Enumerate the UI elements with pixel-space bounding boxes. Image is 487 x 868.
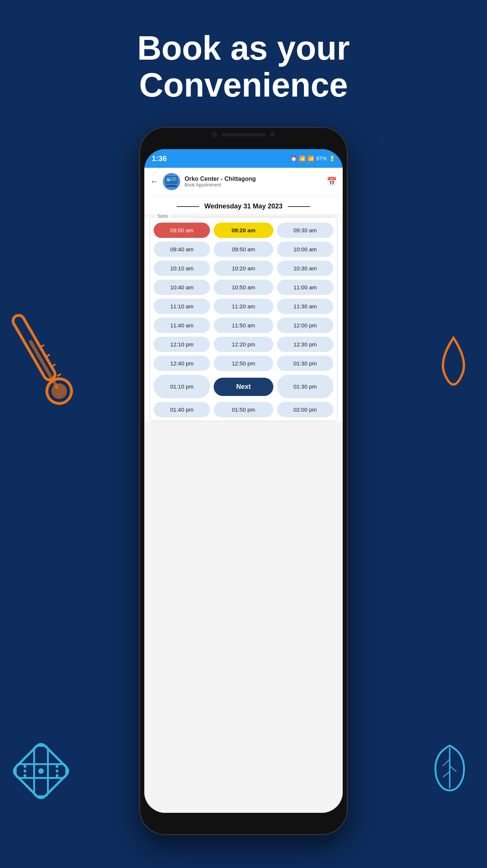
slot-1130[interactable]: 11:30 am xyxy=(277,299,334,314)
next-button[interactable]: Next xyxy=(214,378,273,396)
speaker xyxy=(221,133,266,136)
slot-1110[interactable]: 11:10 am xyxy=(154,299,210,314)
wifi-icon: 📶 xyxy=(299,155,305,161)
signal-icon: 📶 xyxy=(308,155,314,161)
header-title: Orko Center - Chittagong xyxy=(185,176,322,182)
svg-rect-28 xyxy=(166,185,177,187)
slot-1140[interactable]: 11:40 am xyxy=(154,318,210,333)
screen-scroll: Slots 09:00 am 09:20 am 09:30 am 09:40 a… xyxy=(144,214,343,813)
svg-line-7 xyxy=(57,374,61,376)
back-button[interactable]: ← xyxy=(150,177,158,186)
date-line-right xyxy=(288,206,310,207)
slot-0940[interactable]: 09:40 am xyxy=(154,242,210,257)
sensor xyxy=(270,132,275,137)
status-icons: ⏰ 📶 📶 97% 🔋 xyxy=(290,155,335,161)
slot-1020[interactable]: 10:20 am xyxy=(214,261,273,276)
slot-1150[interactable]: 11:50 am xyxy=(214,318,273,333)
slot-0140[interactable]: 01:40 pm xyxy=(154,402,210,417)
slot-1200[interactable]: 12:00 pm xyxy=(277,318,334,333)
slot-1220[interactable]: 12:20 pm xyxy=(214,337,273,352)
slot-1000[interactable]: 10:00 am xyxy=(277,242,334,257)
svg-rect-25 xyxy=(167,177,170,179)
slot-0930[interactable]: 09:30 am xyxy=(277,223,334,238)
next-btn-wrapper: Next xyxy=(214,375,273,398)
svg-rect-26 xyxy=(171,177,176,179)
slot-0110[interactable]: 01:10 pm xyxy=(154,375,210,398)
slot-1230[interactable]: 12:30 pm xyxy=(277,337,334,352)
bandaid-icon xyxy=(11,741,71,801)
svg-point-12 xyxy=(23,765,26,768)
svg-point-13 xyxy=(23,770,26,772)
slot-0900[interactable]: 09:00 am xyxy=(154,223,210,238)
slot-1250[interactable]: 12:50 pm xyxy=(214,356,273,371)
calendar-icon[interactable]: 📅 xyxy=(327,177,337,186)
status-bar: 1:36 ⏰ 📶 📶 97% 🔋 xyxy=(144,149,343,168)
slots-container: Slots 09:00 am 09:20 am 09:30 am 09:40 a… xyxy=(150,217,337,421)
svg-line-6 xyxy=(51,364,55,367)
slot-0130[interactable]: 01:30 pm xyxy=(277,356,334,371)
date-line-left xyxy=(177,206,199,207)
svg-point-17 xyxy=(56,774,58,777)
date-text: Wednesday 31 May 2023 xyxy=(204,202,283,210)
slot-1040[interactable]: 10:40 am xyxy=(154,280,210,295)
slot-1100[interactable]: 11:00 am xyxy=(277,280,334,295)
camera-area xyxy=(212,132,275,137)
app-header: ← Orko Center - Chittagong Book Appointm… xyxy=(144,168,343,196)
svg-line-21 xyxy=(443,772,450,777)
status-time: 1:36 xyxy=(152,154,167,163)
avatar xyxy=(163,173,180,190)
phone-frame: 1:36 ⏰ 📶 📶 97% 🔋 ← xyxy=(139,127,348,835)
svg-point-14 xyxy=(23,774,26,777)
svg-point-11 xyxy=(38,768,44,774)
slot-1210[interactable]: 12:10 pm xyxy=(154,337,210,352)
leaf-icon xyxy=(427,741,472,793)
svg-line-19 xyxy=(443,759,450,766)
phone-screen: 1:36 ⏰ 📶 📶 97% 🔋 ← xyxy=(144,149,343,813)
drop-icon xyxy=(435,336,472,388)
svg-line-20 xyxy=(450,766,456,772)
slot-1120[interactable]: 11:20 am xyxy=(214,299,273,314)
front-camera xyxy=(212,132,217,137)
slot-0950[interactable]: 09:50 am xyxy=(214,242,273,257)
slot-0200[interactable]: 02:00 pm xyxy=(277,402,334,417)
date-label: Wednesday 31 May 2023 xyxy=(144,196,343,214)
slot-0150[interactable]: 01:50 pm xyxy=(214,402,273,417)
slot-1050[interactable]: 10:50 am xyxy=(214,280,273,295)
battery-text: 97% xyxy=(316,155,327,161)
alarm-icon: ⏰ xyxy=(290,155,297,161)
slots-label: Slots xyxy=(155,214,170,219)
thermometer-icon xyxy=(0,300,73,394)
header-subtitle: Book Appointment xyxy=(185,182,322,188)
inner-scroll: Slots 09:00 am 09:20 am 09:30 am 09:40 a… xyxy=(144,217,343,421)
svg-point-15 xyxy=(56,765,58,768)
page-title: Book as your Convenience xyxy=(0,30,487,104)
svg-point-16 xyxy=(56,770,58,772)
slot-0920[interactable]: 09:20 am xyxy=(214,223,273,238)
slot-1010[interactable]: 10:10 am xyxy=(154,261,210,276)
battery-icon: 🔋 xyxy=(329,155,335,161)
svg-line-4 xyxy=(40,345,44,347)
slot-1240[interactable]: 12:40 pm xyxy=(154,356,210,371)
slot-0130b[interactable]: 01:30 pm xyxy=(277,375,334,398)
header-text: Orko Center - Chittagong Book Appointmen… xyxy=(185,176,322,188)
slots-grid: 09:00 am 09:20 am 09:30 am 09:40 am 09:5… xyxy=(154,223,333,417)
svg-point-3 xyxy=(48,380,70,402)
svg-rect-27 xyxy=(171,179,176,180)
slot-1030[interactable]: 10:30 am xyxy=(277,261,334,276)
svg-line-5 xyxy=(46,355,50,357)
